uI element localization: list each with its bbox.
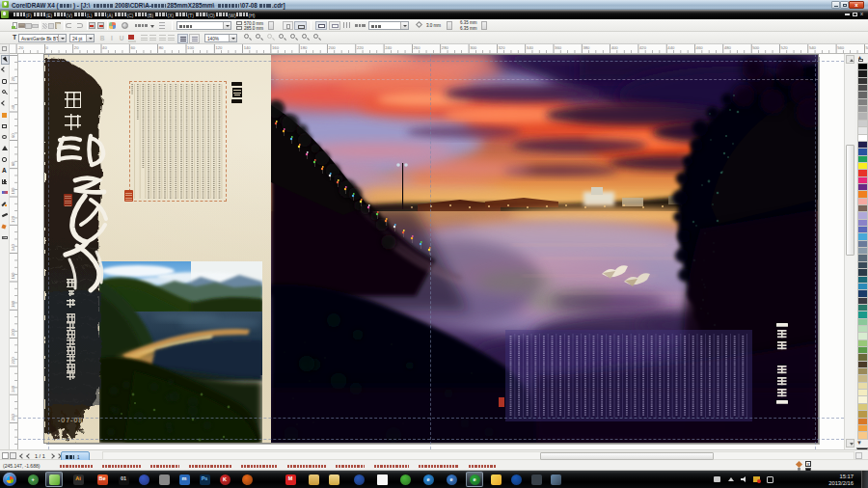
svg-text:240: 240 — [385, 45, 393, 50]
svg-text:120: 120 — [11, 215, 15, 223]
svg-text:440: 440 — [667, 45, 675, 50]
svg-text:40: 40 — [102, 45, 107, 50]
svg-text:60: 60 — [11, 133, 15, 138]
svg-text:340: 340 — [527, 45, 534, 50]
svg-text:80: 80 — [11, 161, 15, 166]
svg-text:160: 160 — [11, 272, 15, 280]
svg-text:0: 0 — [46, 45, 49, 50]
svg-text:520: 520 — [781, 45, 789, 50]
svg-text:200: 200 — [329, 45, 337, 50]
svg-text:360: 360 — [555, 45, 562, 50]
svg-text:100: 100 — [187, 45, 195, 50]
svg-text:160: 160 — [272, 45, 280, 50]
svg-text:260: 260 — [11, 414, 15, 421]
svg-text:460: 460 — [696, 45, 704, 50]
svg-text:220: 220 — [11, 357, 15, 365]
svg-text:20: 20 — [74, 45, 79, 50]
svg-text:500: 500 — [752, 45, 760, 50]
svg-text:180: 180 — [300, 45, 308, 50]
svg-text:120: 120 — [215, 45, 223, 50]
svg-text:140: 140 — [11, 244, 15, 252]
svg-text:260: 260 — [414, 45, 421, 50]
svg-text:180: 180 — [11, 300, 15, 308]
svg-text:560: 560 — [837, 45, 845, 50]
svg-text:140: 140 — [244, 45, 252, 50]
svg-text:480: 480 — [724, 45, 732, 50]
svg-text:200: 200 — [11, 329, 15, 337]
svg-text:100: 100 — [11, 187, 15, 195]
svg-text:320: 320 — [499, 45, 506, 50]
svg-text:240: 240 — [11, 385, 15, 393]
svg-text:300: 300 — [470, 45, 477, 50]
svg-text:220: 220 — [357, 45, 365, 50]
svg-text:80: 80 — [159, 45, 164, 50]
svg-text:540: 540 — [809, 45, 817, 50]
svg-text:20: 20 — [11, 76, 15, 81]
svg-text:40: 40 — [11, 104, 15, 109]
svg-text:280: 280 — [442, 45, 449, 50]
svg-text:420: 420 — [639, 45, 647, 50]
svg-text:-20: -20 — [17, 45, 24, 50]
svg-text:60: 60 — [130, 45, 135, 50]
svg-text:400: 400 — [611, 45, 619, 50]
svg-text:380: 380 — [583, 45, 590, 50]
